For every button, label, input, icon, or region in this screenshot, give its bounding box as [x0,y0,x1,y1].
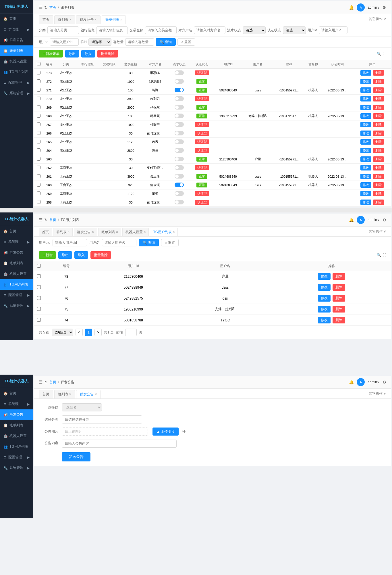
sidebar-item-group-1[interactable]: ⚙ 群管理 ▶ [0,24,33,35]
filter-select-flow[interactable]: 请选 [243,26,266,34]
delete-btn[interactable]: 删除 [373,96,384,101]
sidebar-notice-active[interactable]: 📢群发公告 [0,409,33,420]
prev-page-btn[interactable]: < [76,329,83,336]
form-input-fenlei[interactable] [62,415,142,423]
modify-btn[interactable]: 修改 [360,113,371,119]
delete-btn[interactable]: 删除 [333,317,345,323]
modify-btn[interactable]: 修改 [360,139,371,145]
form-input-content[interactable] [62,440,177,448]
filter-select-qunid[interactable]: 请选择 [88,38,111,46]
filter-input-counterparty[interactable] [194,26,225,34]
fullscreen-icon-1[interactable]: ⛶ [383,52,386,56]
modify-btn[interactable]: 修改 [318,284,331,291]
menu-icon-2[interactable]: ☰ [39,217,43,223]
refresh-icon-2[interactable]: ↻ [44,218,48,222]
sidebar-group-3[interactable]: ⚙群管理▶ [0,399,33,409]
delete-btn[interactable]: 删除 [373,70,384,76]
sidebar-tgusers-active[interactable]: 👥TG用户列表 [0,279,33,290]
gear-icon-2[interactable]: ⚙ [383,218,386,222]
breadcrumb-home-2[interactable]: 首页 [49,218,56,223]
per-page-select[interactable]: 20条/页 [52,329,73,336]
tab-notice-active[interactable]: 群发公告 × [76,390,100,398]
delete-btn[interactable]: 删除 [333,273,345,280]
menu-icon-1[interactable]: ☰ [39,5,43,10]
delete-btn[interactable]: 删除 [373,148,384,153]
sidebar-tgusers-3[interactable]: 👥TG用户列表 [0,441,33,452]
sidebar-bills-3[interactable]: 📋账单列表 [0,420,33,431]
modify-btn[interactable]: 修改 [360,105,371,110]
filter-input-bank[interactable] [96,26,128,34]
batch-delete-btn-1[interactable]: 批量删除 [97,50,118,57]
tab-grouplist-1[interactable]: 群列表 × [54,15,75,24]
filter-input-uid[interactable] [53,239,87,246]
modify-btn[interactable]: 修改 [360,156,371,162]
other-ops-3[interactable]: 其它操作 ∨ [369,391,386,396]
delete-btn[interactable]: 删除 [373,174,384,179]
delete-btn[interactable]: 删除 [373,200,384,205]
delete-btn[interactable]: 删除 [373,139,384,145]
sidebar-item-home-1[interactable]: 🏠 首页 [0,14,33,24]
bell-icon-1[interactable]: 🔔 [349,5,354,10]
modify-btn[interactable]: 修改 [360,87,371,93]
delete-btn[interactable]: 删除 [373,105,384,110]
tab-home-3[interactable]: 首页 [39,390,53,398]
sidebar-notice-2[interactable]: 📢群发公告 [0,247,33,258]
search-btn-2[interactable]: 🔍 查询 [139,239,159,246]
breadcrumb-home-1[interactable]: 首页 [49,5,56,10]
add-bill-btn[interactable]: ＋新增账单 [39,50,63,57]
filter-input-fenlei[interactable] [47,26,79,34]
delete-btn[interactable]: 删除 [373,79,384,84]
refresh-icon-1[interactable]: ↻ [44,5,48,10]
filter-input-userid2[interactable] [50,38,79,46]
batch-delete-btn-2[interactable]: 批量删除 [90,251,111,259]
select-all-1[interactable] [37,62,40,66]
sidebar-item-robot-1[interactable]: 🤖 机器人设置 [0,56,33,67]
sidebar-config-3[interactable]: ⚙配置管理▶ [0,452,33,463]
modify-btn[interactable]: 修改 [360,182,371,188]
bell-icon-3[interactable]: 🔔 [349,380,354,384]
filter-input-userid[interactable] [319,26,347,34]
delete-btn[interactable]: 删除 [333,295,345,302]
modify-btn[interactable]: 修改 [318,306,331,313]
delete-btn[interactable]: 删除 [373,131,384,136]
sidebar-item-notice-1[interactable]: 📢 群发公告 [0,35,33,45]
next-page-btn[interactable]: > [94,329,102,336]
sidebar-home-2[interactable]: 🏠首页 [0,226,33,237]
search-btn-1[interactable]: 🔍 查询 [156,38,176,46]
tab-tgusers-active[interactable]: TG用户列表 × [150,228,178,236]
goto-page-input[interactable] [125,329,137,336]
sidebar-home-3[interactable]: 🏠首页 [0,388,33,399]
sidebar-sys-2[interactable]: 🔧系统管理▶ [0,300,33,311]
reset-btn-1[interactable]: ○ 重置 [177,38,195,46]
delete-btn[interactable]: 删除 [373,182,384,188]
tab-home-2[interactable]: 首页 [39,228,52,236]
tab-notice-2[interactable]: 群发公告 × [74,228,97,236]
tab-robot-2[interactable]: 机器人设置 × [122,228,149,236]
tab-grouplist-2[interactable]: 群列表 × [53,228,73,236]
sidebar-item-config-1[interactable]: ⚙ 配置管理 ▶ [0,77,33,88]
delete-btn[interactable]: 删除 [373,156,384,162]
tab-bills-active[interactable]: 账单列表 × [102,15,126,24]
menu-icon-3[interactable]: ☰ [39,379,43,385]
search-icon-2[interactable]: 🔍 [377,253,381,257]
send-btn[interactable]: 发送公告 [62,452,90,461]
modify-btn[interactable]: 修改 [318,317,331,323]
tab-bills-2[interactable]: 账单列表 × [98,228,121,236]
export-btn-2[interactable]: 导出 [58,251,72,259]
modify-btn[interactable]: 修改 [360,165,371,170]
sidebar-item-bills[interactable]: 📋 账单列表 [0,45,33,56]
select-all-2[interactable] [37,264,41,268]
bell-icon-2[interactable]: 🔔 [349,218,354,222]
sidebar-robot-3[interactable]: 🤖机器人设置 [0,431,33,441]
admin-label-2[interactable]: admin∨ [368,218,380,222]
tab-grouplist-3[interactable]: 群列表 × [54,390,75,398]
delete-btn[interactable]: 删除 [373,122,384,127]
modify-btn[interactable]: 修改 [360,70,371,76]
filter-select-cert[interactable]: 请选 [283,26,306,34]
other-ops-2[interactable]: 其它操作 ∨ [369,229,386,234]
modify-btn[interactable]: 修改 [360,96,371,101]
reset-btn-2[interactable]: ○ 重置 [161,239,179,246]
filter-input-amount[interactable] [145,26,177,34]
modify-btn[interactable]: 修改 [360,200,371,205]
fullscreen-icon-2[interactable]: ⛶ [383,253,386,257]
